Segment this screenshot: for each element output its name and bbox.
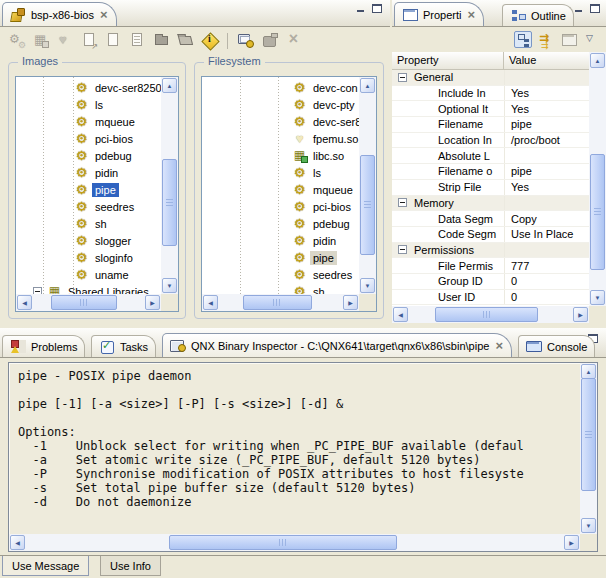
text-file-icon[interactable] bbox=[129, 32, 146, 49]
property-row[interactable]: Data SegmCopy bbox=[392, 211, 589, 227]
tree-item[interactable]: ▦Shared Libraries bbox=[16, 283, 161, 294]
info-icon[interactable] bbox=[201, 32, 218, 49]
tree-item[interactable]: ⚙pipe bbox=[202, 249, 359, 266]
scroll-right-icon[interactable]: ▶ bbox=[343, 295, 358, 310]
editor-tab-bsp[interactable]: bsp-x86-bios × bbox=[2, 2, 117, 26]
scroll-down-icon[interactable]: ▼ bbox=[162, 278, 177, 293]
tree-item[interactable]: ⚙slogger bbox=[16, 232, 161, 249]
horizontal-scrollbar[interactable]: ◀▶ bbox=[16, 294, 161, 311]
scroll-left-icon[interactable]: ◀ bbox=[203, 295, 218, 310]
tree-item[interactable]: ⚙uname bbox=[16, 266, 161, 283]
property-row[interactable]: Permissions bbox=[392, 243, 589, 259]
property-row[interactable]: Include InYes bbox=[392, 86, 589, 102]
expander-icon[interactable] bbox=[398, 198, 407, 207]
tree-item[interactable]: ▦libc.so bbox=[202, 147, 359, 164]
tree-item[interactable]: ⚙pdebug bbox=[202, 215, 359, 232]
open-folder-icon[interactable] bbox=[177, 32, 194, 49]
minimize-icon[interactable] bbox=[574, 4, 584, 13]
property-row[interactable]: Optional ItYes bbox=[392, 101, 589, 117]
tab-use-message[interactable]: Use Message bbox=[2, 556, 89, 576]
scroll-up-icon[interactable]: ▲ bbox=[581, 364, 596, 379]
restore-table-icon[interactable] bbox=[560, 31, 578, 48]
tree-item[interactable]: ⚙devc-con bbox=[202, 79, 359, 96]
tab-use-info[interactable]: Use Info bbox=[100, 556, 161, 576]
scroll-thumb[interactable] bbox=[162, 159, 177, 246]
copy-file-icon[interactable] bbox=[81, 32, 98, 49]
property-row[interactable]: Filename opipe bbox=[392, 164, 589, 180]
tree-item[interactable]: ⚙seedres bbox=[16, 198, 161, 215]
tree-item[interactable]: ⚙devc-ser8250 bbox=[16, 79, 161, 96]
column-value[interactable]: Value bbox=[504, 52, 541, 69]
scroll-right-icon[interactable]: ▶ bbox=[573, 307, 588, 322]
close-icon[interactable]: × bbox=[467, 9, 477, 20]
property-row[interactable]: Memory bbox=[392, 196, 589, 212]
scroll-thumb[interactable] bbox=[243, 295, 312, 310]
tab-problems[interactable]: Problems bbox=[2, 335, 85, 357]
sync-icon[interactable] bbox=[537, 31, 555, 48]
tree-item[interactable]: ⚙sloginfo bbox=[16, 249, 161, 266]
dump-icon[interactable] bbox=[261, 32, 278, 49]
tree-item[interactable]: ⚙sh bbox=[202, 283, 359, 294]
scroll-down-icon[interactable]: ▼ bbox=[590, 290, 605, 305]
tree-item[interactable]: ⚙devc-pty bbox=[202, 96, 359, 113]
property-row[interactable]: Absolute L bbox=[392, 148, 589, 164]
scroll-right-icon[interactable]: ▶ bbox=[564, 535, 579, 550]
minimize-icon[interactable] bbox=[356, 4, 366, 13]
horizontal-scrollbar[interactable]: ◀▶ bbox=[202, 294, 359, 311]
expander-icon[interactable] bbox=[398, 245, 407, 254]
property-row[interactable]: Strip FileYes bbox=[392, 180, 589, 196]
tree-item[interactable]: ⚙ls bbox=[16, 96, 161, 113]
property-row[interactable]: General bbox=[392, 70, 589, 86]
tree-item[interactable]: ⚙seedres bbox=[202, 266, 359, 283]
column-property[interactable]: Property bbox=[392, 52, 504, 69]
scroll-thumb[interactable] bbox=[51, 295, 118, 310]
view-menu-icon[interactable] bbox=[583, 31, 601, 48]
tree-item[interactable]: ⚙pdebug bbox=[16, 147, 161, 164]
horizontal-scrollbar[interactable]: ◀▶ bbox=[392, 306, 589, 323]
expander-icon[interactable] bbox=[33, 287, 42, 294]
tree-item[interactable]: ⚙pipe bbox=[16, 181, 161, 198]
tree-item[interactable]: ⚙ls bbox=[202, 164, 359, 181]
scroll-thumb[interactable] bbox=[360, 155, 375, 255]
tree-item[interactable]: ⚙pci-bios bbox=[202, 198, 359, 215]
scroll-up-icon[interactable]: ▲ bbox=[360, 78, 375, 93]
scroll-thumb[interactable] bbox=[435, 307, 537, 322]
tree-item[interactable]: ♥fpemu.so.2 bbox=[202, 130, 359, 147]
scroll-down-icon[interactable]: ▼ bbox=[581, 518, 596, 533]
property-row[interactable]: Code SegmUse In Place bbox=[392, 227, 589, 243]
maximize-icon[interactable] bbox=[590, 4, 600, 13]
tab-properties[interactable]: Properti × bbox=[394, 2, 484, 26]
vertical-scrollbar[interactable]: ▲▼ bbox=[580, 363, 597, 534]
usage-text[interactable]: pipe - POSIX pipe daemon pipe [-1] [-a <… bbox=[10, 364, 579, 533]
tree-item[interactable]: ⚙pidin bbox=[202, 232, 359, 249]
grid-icon[interactable] bbox=[33, 32, 50, 49]
tree-item[interactable]: ⚙sh bbox=[16, 215, 161, 232]
tree-item[interactable]: ⚙mqueue bbox=[202, 181, 359, 198]
gears-icon[interactable] bbox=[9, 32, 26, 49]
new-file-icon[interactable] bbox=[105, 32, 122, 49]
scroll-down-icon[interactable]: ▼ bbox=[360, 278, 375, 293]
scroll-left-icon[interactable]: ◀ bbox=[10, 535, 25, 550]
vertical-scrollbar[interactable]: ▲▼ bbox=[589, 52, 606, 306]
property-row[interactable]: User ID0 bbox=[392, 290, 589, 306]
expander-icon[interactable] bbox=[398, 73, 407, 82]
scroll-thumb[interactable] bbox=[581, 378, 596, 491]
scroll-left-icon[interactable]: ◀ bbox=[17, 295, 32, 310]
close-icon[interactable]: × bbox=[99, 9, 109, 20]
property-row[interactable]: Location In/proc/boot bbox=[392, 133, 589, 149]
tab-tasks[interactable]: Tasks bbox=[91, 335, 156, 357]
inspector-icon[interactable] bbox=[237, 32, 254, 49]
close-icon[interactable]: × bbox=[494, 340, 504, 351]
scroll-thumb[interactable] bbox=[169, 535, 397, 550]
tree-item[interactable]: ⚙mqueue bbox=[16, 113, 161, 130]
tree-item[interactable]: ⚙pci-bios bbox=[16, 130, 161, 147]
scroll-left-icon[interactable]: ◀ bbox=[393, 307, 408, 322]
scroll-up-icon[interactable]: ▲ bbox=[162, 78, 177, 93]
folder-icon[interactable] bbox=[153, 32, 170, 49]
vertical-scrollbar[interactable]: ▲▼ bbox=[359, 77, 376, 294]
tree-item[interactable]: ⚙pidin bbox=[16, 164, 161, 181]
tree-item[interactable]: ⚙devc-ser8250 bbox=[202, 113, 359, 130]
scroll-up-icon[interactable]: ▲ bbox=[590, 53, 605, 68]
collapse-icon[interactable] bbox=[285, 32, 302, 49]
vertical-scrollbar[interactable]: ▲▼ bbox=[161, 77, 178, 294]
